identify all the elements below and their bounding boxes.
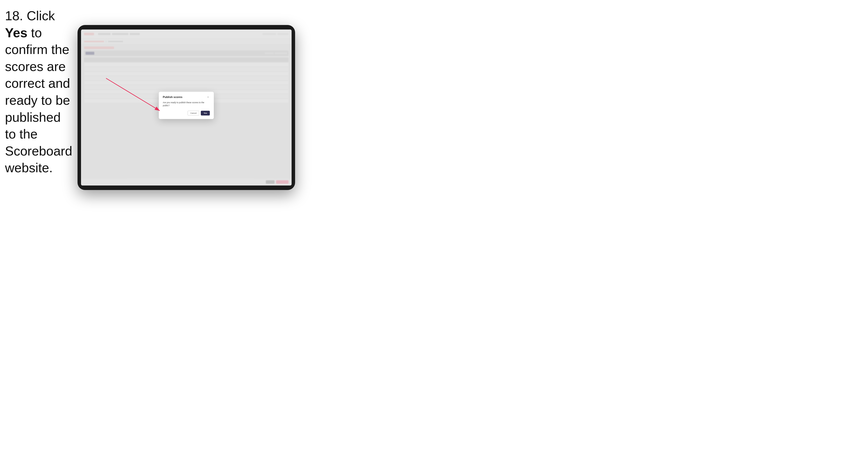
publish-scores-modal: Publish scores × Are you ready to publis… (159, 92, 214, 119)
tablet-device: Publish scores × Are you ready to publis… (78, 25, 295, 190)
instruction-text: 18. Click Yes to confirm the scores are … (5, 7, 75, 177)
modal-close-button[interactable]: × (206, 95, 210, 99)
modal-title: Publish scores (163, 95, 182, 98)
step-number: 18. (5, 8, 23, 23)
bold-yes: Yes (5, 26, 28, 40)
modal-body: Are you ready to publish these scores to… (163, 101, 210, 107)
cancel-button[interactable]: Cancel (188, 111, 199, 116)
modal-footer: Cancel Yes (163, 111, 210, 116)
yes-button[interactable]: Yes (201, 111, 210, 116)
tablet-screen: Publish scores × Are you ready to publis… (81, 30, 291, 186)
modal-header: Publish scores × (163, 95, 210, 99)
modal-message: Are you ready to publish these scores to… (163, 101, 210, 107)
